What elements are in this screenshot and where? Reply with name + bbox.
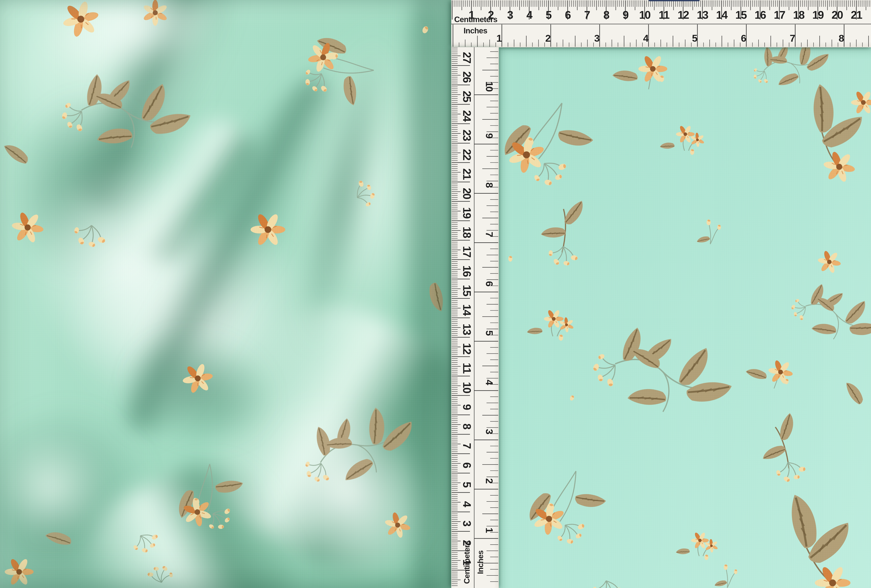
horizontal-ruler-tick-marks	[452, 0, 870, 47]
bud-cluster-motif	[352, 177, 379, 209]
leaf-pair-flower-motif	[777, 486, 866, 588]
vertical-cm-number: 22	[461, 149, 473, 160]
horizontal-inch-number: 7	[790, 33, 795, 44]
horizontal-inch-number: 3	[594, 33, 599, 44]
vertical-cm-number: 5	[461, 482, 473, 488]
vertical-cm-number: 14	[461, 304, 473, 316]
horizontal-cm-number: 2	[488, 9, 494, 21]
horizontal-cm-number: 5	[546, 9, 552, 21]
vertical-cm-number: 23	[461, 129, 473, 141]
vertical-inch-number: 8	[484, 183, 495, 188]
flower-motif	[4, 558, 34, 586]
vertical-ruler-inches-label: Inches	[476, 551, 485, 574]
vertical-inch-number: 10	[484, 81, 495, 91]
small-flowers-motif	[660, 125, 707, 155]
flower-leaf-motif	[744, 354, 795, 391]
bud-motif	[422, 25, 430, 34]
horizontal-cm-number: 21	[851, 9, 862, 21]
horizontal-cm-number: 20	[832, 9, 843, 21]
flower-motif	[138, 0, 173, 30]
flower-motif	[180, 361, 216, 396]
horizontal-inch-number: 4	[643, 33, 649, 44]
horizontal-cm-number: 8	[603, 9, 609, 21]
horizontal-ruler-inches-label: Inches	[464, 26, 487, 35]
leafy-branch-motif	[588, 328, 732, 414]
horizontal-cm-number: 14	[716, 9, 728, 21]
flower-sprig-motif	[518, 467, 613, 555]
bud-motif	[569, 395, 575, 401]
vertical-cm-number: 4	[461, 501, 473, 507]
vertical-cm-number: 20	[461, 188, 473, 199]
horizontal-ruler-numbers: 1234567891011121314151617181920211234567…	[469, 9, 862, 44]
horizontal-ruler: Centimeters Inches 123456789101112131415…	[451, 0, 871, 47]
vertical-ruler: Centimeters Inches 123456789101112131415…	[451, 47, 499, 588]
vertical-cm-number: 21	[461, 168, 473, 180]
vertical-cm-number: 1	[461, 559, 473, 565]
horizontal-cm-number: 19	[812, 9, 823, 21]
bud-branch-motif	[751, 410, 820, 491]
horizontal-cm-number: 10	[639, 9, 651, 21]
vertical-ruler-tick-marks	[452, 48, 498, 586]
flower-sprig-motif	[285, 19, 384, 121]
vertical-cm-number: 9	[461, 404, 473, 410]
bud-branch-motif	[541, 200, 589, 269]
vertical-cm-number: 27	[461, 52, 473, 63]
swatch-floral-pattern	[499, 47, 871, 588]
draped-fabric	[0, 0, 451, 588]
vertical-cm-number: 3	[461, 521, 473, 526]
vertical-inch-number: 9	[484, 133, 495, 138]
flat-fabric-swatch	[499, 47, 871, 588]
leaf-motif	[45, 525, 73, 551]
vertical-inch-number: 6	[484, 281, 495, 286]
vertical-cm-number: 12	[461, 343, 473, 355]
vertical-cm-number: 7	[461, 443, 473, 449]
vertical-cm-number: 6	[461, 462, 473, 468]
horizontal-inch-number: 1	[496, 33, 501, 44]
leaf-motif	[4, 139, 30, 169]
bud-cluster-motif	[593, 581, 623, 588]
leafy-branch-motif	[284, 381, 425, 510]
vertical-cm-number: 2	[461, 540, 473, 546]
vertical-cm-number: 26	[461, 72, 473, 83]
vertical-cm-number: 17	[461, 246, 473, 257]
flower-motif	[816, 249, 843, 275]
horizontal-cm-number: 1	[469, 9, 474, 21]
fabric-product-photo: Centimeters Inches 123456789101112131415…	[0, 0, 871, 588]
vertical-inch-number: 4	[484, 380, 495, 385]
horizontal-cm-number: 4	[527, 9, 533, 21]
flower-motif	[851, 91, 871, 115]
horizontal-inch-number: 6	[741, 33, 746, 44]
horizontal-cm-number: 13	[697, 9, 708, 21]
vertical-cm-number: 15	[461, 285, 473, 296]
horizontal-cm-number: 17	[774, 9, 785, 21]
horizontal-cm-number: 15	[735, 9, 747, 21]
vertical-cm-number: 13	[461, 323, 473, 335]
vertical-inch-number: 3	[484, 429, 495, 434]
bud-cluster-motif	[148, 565, 173, 582]
leaf-pair-flower-motif	[804, 84, 866, 185]
horizontal-inch-number: 2	[545, 33, 551, 44]
flower-sprig-motif	[161, 455, 259, 548]
bud-sprig-motif	[697, 219, 721, 244]
vertical-cm-number: 24	[461, 110, 473, 122]
bud-motif	[508, 256, 512, 262]
vertical-inch-number: 2	[484, 478, 495, 483]
vertical-inch-number: 1	[484, 527, 495, 533]
horizontal-cm-number: 16	[755, 9, 766, 21]
bud-cluster-motif	[70, 220, 109, 253]
flower-motif	[382, 509, 413, 541]
top-edge-object	[649, 0, 700, 1]
vertical-cm-number: 18	[461, 227, 473, 238]
vertical-cm-number: 19	[461, 207, 473, 218]
horizontal-inch-number: 8	[839, 33, 844, 44]
leaf-motif	[846, 380, 864, 406]
vertical-cm-number: 10	[461, 382, 473, 393]
drape-floral-pattern	[0, 0, 451, 588]
vertical-inch-number: 5	[484, 330, 495, 336]
horizontal-cm-number: 11	[659, 9, 670, 21]
flower-motif	[10, 210, 45, 245]
flower-motif	[250, 212, 285, 246]
vertical-cm-number: 11	[461, 363, 473, 374]
leafy-branch-motif	[52, 62, 194, 159]
horizontal-cm-number: 18	[793, 9, 805, 21]
